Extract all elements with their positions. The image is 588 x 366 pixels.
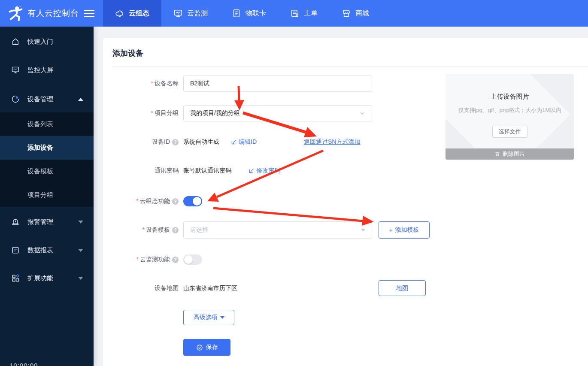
sidebar-item-label: 扩展功能 [27,274,53,282]
change-password-label: 修改密码 [256,167,280,175]
upload-hint: 仅支持jpg、gif、png格式；大小为1M以内 [446,106,574,114]
sidebar-subitem-label: 添加设备 [27,144,53,152]
report-icon [11,246,20,254]
extensions-grid-icon [11,274,20,282]
edit-id-label: 编辑ID [239,138,257,146]
tab-mall[interactable]: 商城 [330,0,381,27]
monitor-feature-toggle[interactable] [183,254,202,265]
caret-down-icon [361,229,365,231]
project-group-select[interactable]: 我的项目/我的分组 [183,105,372,121]
monitor-feature-row: 云监测功能 ? [103,254,202,265]
home-icon [11,37,20,46]
chevron-down-icon [78,221,83,224]
monitor-feature-label: 云监测功能 [136,256,170,263]
tab-label: 物联卡 [246,9,266,18]
device-name-row: 设备名称 [103,76,372,92]
choose-file-button[interactable]: 选择文件 [492,126,527,138]
logo[interactable]: 有人云控制台 [0,6,94,21]
top-header: 有人云控制台 云组态 云监测 物联卡 [0,0,588,27]
change-password-link[interactable]: 修改密码 [249,167,280,175]
chevron-down-icon [78,249,83,252]
save-button[interactable]: 保存 [183,339,230,356]
advanced-options-label: 高级选项 [194,314,218,321]
person-logo-icon [8,6,23,21]
sidebar: 快速入门 监控大屏 设备管理 设备列表 添加设备 设备模板 项目分组 [0,27,94,366]
page-title: 添加设备 [112,48,143,58]
project-group-value: 我的项目/我的分组 [190,109,240,117]
device-image-upload-panel: 上传设备图片 仅支持jpg、gif、png格式；大小为1M以内 选择文件 删除图… [446,74,574,160]
delete-image-label: 删除图片 [503,150,525,158]
check-circle-icon [196,344,203,351]
top-nav: 云组态 云监测 物联卡 工单 [103,0,381,27]
sidebar-item-monitor-screen[interactable]: 监控大屏 [0,56,94,84]
device-template-label: 设备模板 [142,226,170,234]
sidebar-item-add-device[interactable]: 添加设备 [0,136,94,160]
tab-work-order[interactable]: 工单 [278,0,330,27]
sidebar-item-alarm-management[interactable]: 报警管理 [0,208,94,236]
monitor-wave-icon [173,9,183,18]
back-sn-mode-link[interactable]: 返回通过SN方式添加 [304,138,360,146]
tab-label: 云组态 [129,9,149,18]
device-template-select[interactable]: 请选择 [183,221,372,239]
tab-cloud-monitor[interactable]: 云监测 [161,0,220,27]
caret-down-icon [220,316,224,319]
chevron-up-icon [78,98,83,101]
trash-icon [494,151,500,157]
sidebar-item-data-report[interactable]: 数据报表 [0,236,94,264]
toggle-knob [193,197,201,206]
add-template-button[interactable]: + 添加模板 [379,221,430,239]
chevron-down-icon [359,110,365,116]
help-icon[interactable]: ? [172,139,179,145]
iot-card-icon [232,9,241,18]
help-icon[interactable]: ? [172,227,179,233]
tab-label: 商城 [355,9,369,18]
device-name-input[interactable] [183,76,372,92]
sidebar-item-label: 监控大屏 [27,66,53,74]
store-icon [342,9,351,18]
title-divider [112,67,588,67]
chevron-down-icon [78,277,83,280]
work-order-icon [290,9,300,18]
sidebar-item-device-list[interactable]: 设备列表 [0,112,94,136]
help-icon[interactable]: ? [172,257,179,263]
edit-icon [231,139,237,145]
big-screen-icon [11,66,20,74]
device-template-row: 设备模板 ? 请选择 + 添加模板 [103,221,588,239]
add-template-label: 添加模板 [395,226,419,234]
sidebar-subitem-label: 设备列表 [27,120,53,128]
comm-password-value: 账号默认通讯密码 [183,167,231,175]
tab-cloud-scada[interactable]: 云组态 [103,0,161,27]
device-name-label: 设备名称 [151,80,179,88]
tab-label: 云监测 [187,9,208,18]
advanced-options-button[interactable]: 高级选项 [183,310,234,325]
toggle-knob [184,255,193,264]
device-management-submenu: 设备列表 添加设备 设备模板 项目分组 [0,112,94,207]
help-icon[interactable]: ? [172,198,179,205]
tab-label: 工单 [304,9,318,18]
delete-image-bar[interactable]: 删除图片 [446,148,574,160]
plus-icon: + [389,227,392,233]
scada-feature-label: 云组态功能 [136,197,170,205]
map-button[interactable]: 地图 [379,280,426,296]
sidebar-item-project-group[interactable]: 项目分组 [0,183,94,207]
sidebar-item-device-management[interactable]: 设备管理 [0,85,94,113]
project-group-label: 项目分组 [151,109,179,117]
sidebar-item-label: 快速入门 [27,38,53,46]
sidebar-item-device-template[interactable]: 设备模板 [0,160,94,183]
sidebar-item-label: 设备管理 [27,95,53,103]
device-id-row: 设备ID ? 系统自动生成 编辑ID 返回通过SN方式添加 [103,137,360,147]
scada-feature-toggle[interactable] [183,196,202,206]
alarm-icon [11,218,20,226]
edit-icon [249,168,255,174]
edit-id-link[interactable]: 编辑ID [231,138,257,146]
device-map-value: 山东省济南市历下区 [183,284,237,292]
hamburger-menu-icon[interactable] [84,10,94,17]
sidebar-item-quick-start[interactable]: 快速入门 [0,27,94,56]
pie-chart-icon [11,95,20,103]
device-map-row: 设备地图 山东省济南市历下区 地图 [103,280,588,296]
tab-iot-card[interactable]: 物联卡 [220,0,278,27]
sidebar-item-extensions[interactable]: 扩展功能 [0,264,94,292]
sidebar-item-label: 数据报表 [27,246,53,254]
comm-password-row: 通讯密码 账号默认通讯密码 修改密码 [103,166,280,175]
device-id-label: 设备ID [152,138,170,146]
